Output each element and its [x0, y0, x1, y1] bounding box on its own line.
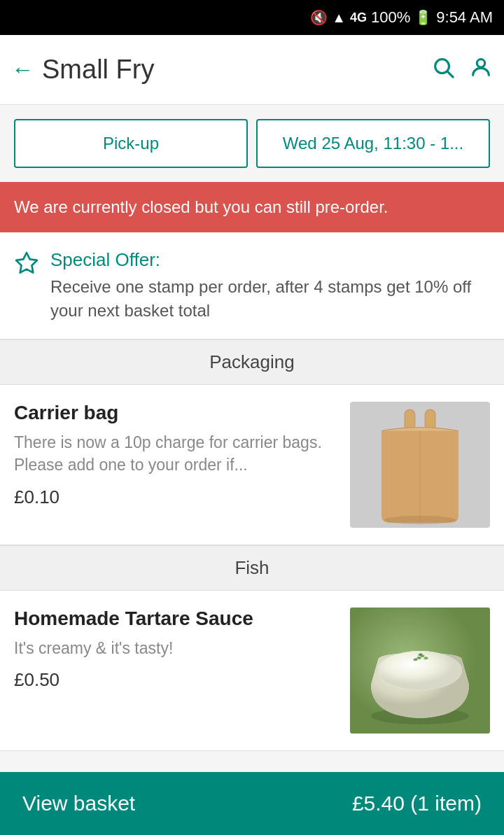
pickup-button[interactable]: Pick-up: [14, 119, 248, 168]
toolbar-right: [431, 55, 493, 85]
content-area: Pick-up Wed 25 Aug, 11:30 - 1... We are …: [0, 105, 504, 814]
date-button[interactable]: Wed 25 Aug, 11:30 - 1...: [256, 119, 490, 168]
closed-message: We are currently closed but you can stil…: [14, 197, 388, 216]
product-tartare-info: Homemade Tartare Sauce It's creamy & it'…: [14, 608, 350, 691]
toolbar-left: ← Small Fry: [11, 55, 154, 85]
product-carrier-bag-name: Carrier bag: [14, 402, 339, 424]
status-bar: 🔇 ▲ 4G 100% 🔋 9:54 AM: [0, 0, 504, 35]
toolbar: ← Small Fry: [0, 35, 504, 105]
product-carrier-bag[interactable]: Carrier bag There is now a 10p charge fo…: [0, 385, 504, 545]
delivery-options: Pick-up Wed 25 Aug, 11:30 - 1...: [0, 105, 504, 182]
product-carrier-bag-desc: There is now a 10p charge for carrier ba…: [14, 431, 339, 476]
back-button[interactable]: ←: [11, 57, 34, 83]
product-tartare-name: Homemade Tartare Sauce: [14, 608, 339, 630]
product-carrier-bag-price: £0.10: [14, 486, 339, 508]
section-fish: Fish: [0, 545, 504, 591]
special-offer-text: Special Offer: Receive one stamp per ord…: [50, 249, 490, 322]
search-icon[interactable]: [431, 55, 455, 85]
svg-point-2: [477, 59, 484, 66]
offer-label: Special Offer:: [50, 249, 490, 271]
product-tartare-price: £0.50: [14, 669, 339, 691]
view-basket-label: View basket: [22, 792, 135, 815]
product-tartare[interactable]: Homemade Tartare Sauce It's creamy & it'…: [0, 591, 504, 751]
mute-icon: 🔇: [310, 9, 328, 26]
section-packaging: Packaging: [0, 339, 504, 385]
star-icon: [14, 251, 39, 282]
svg-line-1: [447, 71, 453, 77]
section-fish-label: Fish: [234, 557, 269, 578]
basket-total: £5.40 (1 item): [352, 792, 482, 815]
section-packaging-label: Packaging: [209, 351, 294, 372]
network-icon: 4G: [350, 10, 367, 25]
page-title: Small Fry: [42, 55, 154, 85]
profile-icon[interactable]: [469, 55, 493, 85]
wifi-icon: ▲: [332, 10, 346, 26]
status-icons: 🔇 ▲ 4G 100% 🔋 9:54 AM: [310, 8, 493, 27]
product-tartare-image: [350, 608, 490, 734]
special-offer: Special Offer: Receive one stamp per ord…: [0, 232, 504, 339]
time-display: 9:54 AM: [436, 8, 493, 27]
svg-marker-3: [16, 253, 37, 273]
product-carrier-bag-image: [350, 402, 490, 528]
offer-description: Receive one stamp per order, after 4 sta…: [50, 275, 490, 322]
product-carrier-bag-info: Carrier bag There is now a 10p charge fo…: [14, 402, 350, 507]
svg-point-12: [378, 651, 462, 690]
battery-icon: 🔋: [414, 9, 432, 26]
closed-banner: We are currently closed but you can stil…: [0, 182, 504, 232]
svg-point-7: [384, 516, 456, 524]
battery-level: 100%: [371, 8, 410, 27]
bottom-bar[interactable]: View basket £5.40 (1 item): [0, 772, 504, 835]
product-tartare-desc: It's creamy & it's tasty!: [14, 637, 339, 659]
